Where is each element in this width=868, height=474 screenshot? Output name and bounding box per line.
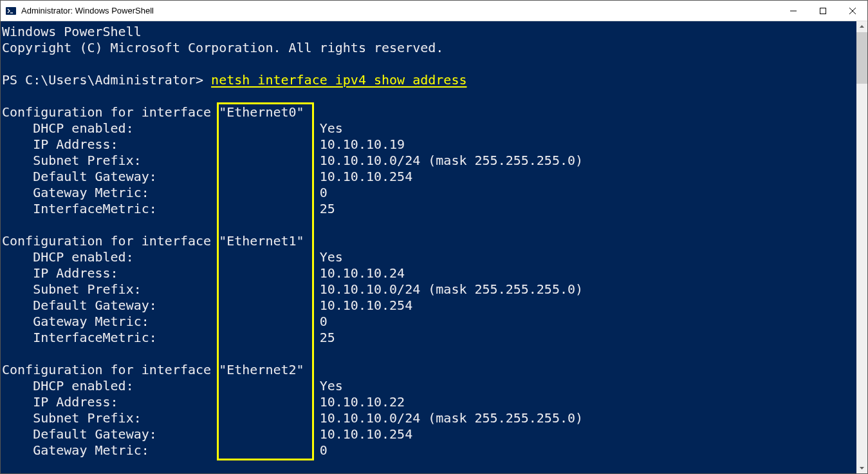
maximize-button[interactable] xyxy=(808,1,838,21)
terminal[interactable]: Windows PowerShellCopyright (C) Microsof… xyxy=(1,21,856,473)
terminal-line: IP Address: 10.10.10.22 xyxy=(2,394,855,410)
terminal-line: Configuration for interface "Ethernet2" xyxy=(2,362,855,378)
terminal-wrapper: Windows PowerShellCopyright (C) Microsof… xyxy=(1,21,867,473)
terminal-line xyxy=(2,346,855,362)
terminal-line: Default Gateway: 10.10.10.254 xyxy=(2,426,855,442)
svg-rect-0 xyxy=(6,7,16,15)
scroll-up-icon[interactable] xyxy=(856,21,867,32)
terminal-line: DHCP enabled: Yes xyxy=(2,249,855,265)
powershell-window: Administrator: Windows PowerShell Window… xyxy=(0,0,868,474)
terminal-line: InterfaceMetric: 25 xyxy=(2,330,855,346)
terminal-line: Windows PowerShell xyxy=(2,24,855,40)
terminal-line: PS C:\Users\Administrator> netsh interfa… xyxy=(2,72,855,88)
window-title: Administrator: Windows PowerShell xyxy=(21,6,779,15)
terminal-line: InterfaceMetric: 25 xyxy=(2,201,855,217)
command-text: netsh interface ipv4 show address xyxy=(211,72,466,88)
window-controls xyxy=(779,1,867,21)
close-button[interactable] xyxy=(838,1,867,21)
svg-rect-3 xyxy=(820,8,826,14)
powershell-icon xyxy=(6,6,16,16)
terminal-line: Gateway Metric: 0 xyxy=(2,314,855,330)
minimize-button[interactable] xyxy=(779,1,808,21)
terminal-line: Copyright (C) Microsoft Corporation. All… xyxy=(2,40,855,56)
terminal-line: Default Gateway: 10.10.10.254 xyxy=(2,169,855,185)
titlebar[interactable]: Administrator: Windows PowerShell xyxy=(1,1,867,21)
terminal-line: Gateway Metric: 0 xyxy=(2,442,855,459)
terminal-line: IP Address: 10.10.10.19 xyxy=(2,137,855,153)
terminal-line: Configuration for interface "Ethernet1" xyxy=(2,233,855,249)
terminal-line xyxy=(2,217,855,233)
terminal-line: Subnet Prefix: 10.10.10.0/24 (mask 255.2… xyxy=(2,153,855,169)
scrollbar[interactable] xyxy=(856,21,867,473)
terminal-line xyxy=(2,56,855,72)
scroll-down-icon[interactable] xyxy=(856,462,867,473)
terminal-line: Gateway Metric: 0 xyxy=(2,185,855,201)
scroll-thumb[interactable] xyxy=(856,32,867,84)
terminal-line: Subnet Prefix: 10.10.10.0/24 (mask 255.2… xyxy=(2,281,855,298)
terminal-line: Configuration for interface "Ethernet0" xyxy=(2,104,855,120)
terminal-line: Default Gateway: 10.10.10.254 xyxy=(2,298,855,314)
terminal-line: DHCP enabled: Yes xyxy=(2,378,855,394)
terminal-line xyxy=(2,88,855,104)
terminal-line: IP Address: 10.10.10.24 xyxy=(2,265,855,281)
terminal-line: DHCP enabled: Yes xyxy=(2,120,855,137)
terminal-line: Subnet Prefix: 10.10.10.0/24 (mask 255.2… xyxy=(2,410,855,426)
